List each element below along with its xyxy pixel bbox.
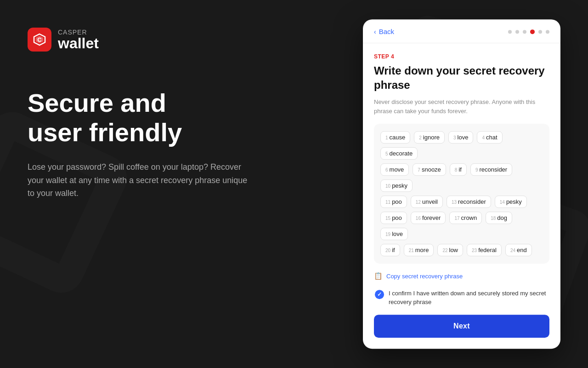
- word-chip-20: 20 if: [380, 244, 400, 257]
- confirm-checkbox[interactable]: ✓: [375, 290, 384, 299]
- copy-icon: 📋: [374, 272, 383, 281]
- word-chip-14: 14 pesky: [495, 196, 527, 208]
- step-dots: [508, 29, 549, 34]
- word-chip-18: 18 dog: [486, 212, 512, 224]
- dot-4-active: [530, 29, 535, 34]
- back-chevron-icon: ‹: [374, 28, 376, 35]
- confirm-row: ✓ I confirm I have written down and secu…: [374, 290, 549, 306]
- confirm-text: I confirm I have written down and secure…: [389, 290, 548, 306]
- word-grid: 1 cause 2 ignore 3 love 4 chat: [374, 124, 549, 264]
- modal-body: STEP 4 Write down your secret recovery p…: [363, 43, 560, 349]
- checkmark-icon: ✓: [377, 292, 382, 298]
- word-row-1: 1 cause 2 ignore 3 love 4 chat: [380, 132, 543, 160]
- back-label: Back: [379, 28, 394, 35]
- word-chip-17: 17 crown: [449, 212, 482, 224]
- word-chip-23: 23 federal: [467, 244, 502, 257]
- dot-1: [508, 30, 512, 34]
- logo-area: C CASPER wallet: [28, 28, 266, 52]
- casper-logo-svg: C: [32, 32, 47, 47]
- word-chip-12: 12 unveil: [411, 196, 443, 208]
- next-label: Next: [453, 322, 470, 330]
- copy-label: Copy secret recovery phrase: [386, 273, 463, 280]
- word-chip-8: 8 if: [450, 164, 467, 176]
- logo-icon: C: [28, 28, 51, 52]
- copy-phrase-button[interactable]: 📋 Copy secret recovery phrase: [374, 270, 463, 282]
- word-chip-7: 7 snooze: [413, 164, 446, 176]
- word-chip-13: 13 reconsider: [447, 196, 491, 208]
- word-chip-15: 15 poo: [380, 212, 407, 224]
- main-content: Secure anduser friendly Lose your passwo…: [28, 88, 266, 340]
- modal-card: ‹ Back STEP 4 Write down your secret rec…: [363, 19, 560, 349]
- dot-2: [515, 30, 519, 34]
- word-chip-19: 19 love: [380, 228, 408, 241]
- word-chip-11: 11 poo: [380, 196, 407, 208]
- step-label: STEP 4: [374, 53, 549, 60]
- word-row-4: 15 poo 16 forever 17 crown 18 dog: [380, 212, 543, 241]
- word-chip-16: 16 forever: [411, 212, 446, 224]
- word-row-3: 11 poo 12 unveil 13 reconsider 14 pesky: [380, 196, 543, 208]
- word-chip-9: 9 reconsider: [470, 164, 512, 176]
- modal-description: Never disclose your secret recovery phra…: [374, 98, 549, 116]
- left-panel: C CASPER wallet Secure anduser friendly …: [0, 0, 294, 368]
- modal-title: Write down your secret recovery phrase: [374, 63, 549, 92]
- page-subtext: Lose your password? Spill coffee on your…: [28, 161, 248, 200]
- logo-text-area: CASPER wallet: [58, 29, 99, 51]
- dot-5: [538, 30, 542, 34]
- word-row-5: 20 if 21 more 22 low 23 federal: [380, 244, 543, 257]
- page-headline: Secure anduser friendly: [28, 88, 266, 148]
- word-chip-24: 24 end: [505, 244, 532, 257]
- modal-header: ‹ Back: [363, 19, 560, 43]
- word-chip-2: 2 ignore: [414, 132, 445, 144]
- word-chip-22: 22 low: [437, 244, 463, 257]
- word-chip-3: 3 love: [448, 132, 473, 144]
- word-chip-4: 4 chat: [477, 132, 502, 144]
- word-row-2: 6 move 7 snooze 8 if 9 reconsider: [380, 164, 543, 192]
- dot-6: [546, 30, 549, 34]
- back-button[interactable]: ‹ Back: [374, 28, 394, 35]
- dot-3: [523, 30, 526, 34]
- svg-text:C: C: [37, 36, 42, 43]
- logo-product: wallet: [58, 36, 99, 51]
- word-chip-10: 10 pesky: [380, 180, 413, 192]
- word-chip-1: 1 cause: [380, 132, 410, 144]
- right-panel: ‹ Back STEP 4 Write down your secret rec…: [363, 19, 560, 349]
- word-chip-5: 5 decorate: [380, 148, 418, 160]
- word-chip-21: 21 more: [404, 244, 434, 257]
- word-chip-6: 6 move: [380, 164, 409, 176]
- next-button[interactable]: Next: [374, 315, 549, 338]
